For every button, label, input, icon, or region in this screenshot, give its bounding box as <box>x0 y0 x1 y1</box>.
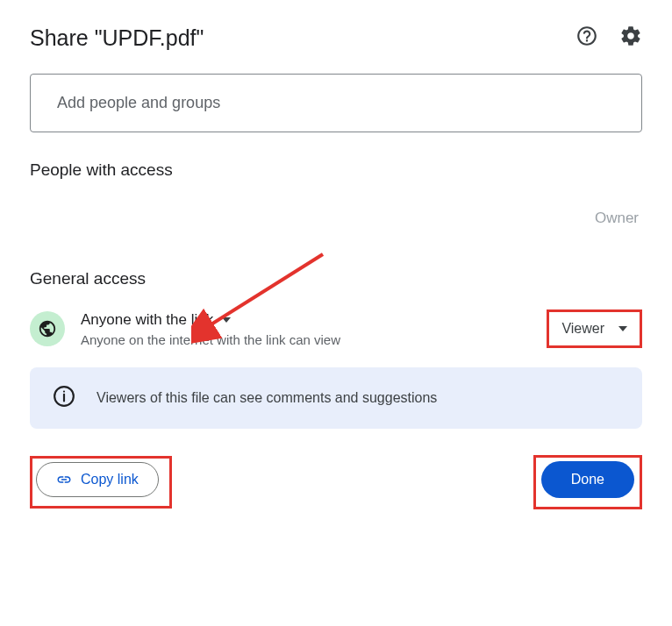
info-text: Viewers of this file can see comments an… <box>97 390 437 406</box>
people-row: Owner <box>30 194 642 243</box>
add-people-input[interactable] <box>30 74 642 132</box>
access-row: Anyone with the link Anyone on the inter… <box>30 302 642 367</box>
scope-title: Anyone with the link <box>81 311 213 329</box>
general-access-heading: General access <box>30 269 642 288</box>
svg-point-2 <box>63 391 65 393</box>
dialog-header: Share "UPDF.pdf" <box>30 25 642 51</box>
help-icon[interactable] <box>575 25 598 51</box>
owner-label: Owner <box>595 210 639 227</box>
scope-subtitle: Anyone on the internet with the link can… <box>81 332 340 347</box>
dialog-footer: Copy link Done <box>30 455 642 509</box>
dialog-title: Share "UPDF.pdf" <box>30 25 204 51</box>
people-access-heading: People with access <box>30 160 642 180</box>
info-banner: Viewers of this file can see comments an… <box>30 367 642 429</box>
done-highlight: Done <box>533 455 642 509</box>
info-icon <box>53 385 75 411</box>
header-actions <box>575 25 642 51</box>
gear-icon[interactable] <box>619 25 642 51</box>
globe-icon <box>30 311 65 346</box>
role-label: Viewer <box>561 321 604 337</box>
role-dropdown[interactable]: Viewer <box>547 309 642 348</box>
chevron-down-icon <box>618 326 627 331</box>
access-scope-group: Anyone with the link Anyone on the inter… <box>30 311 340 347</box>
copy-link-label: Copy link <box>81 472 139 487</box>
copy-link-highlight: Copy link <box>30 456 172 509</box>
link-icon <box>56 472 72 487</box>
done-button[interactable]: Done <box>541 461 634 498</box>
chevron-down-icon <box>222 317 231 323</box>
copy-link-button[interactable]: Copy link <box>36 462 159 497</box>
scope-dropdown[interactable]: Anyone with the link <box>81 311 340 329</box>
